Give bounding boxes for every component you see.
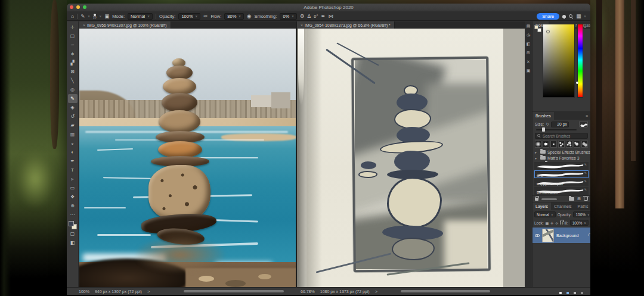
- panel-info-icon[interactable]: ◧: [527, 42, 531, 46]
- brush-size-slider[interactable]: [535, 127, 588, 132]
- layer-opacity-select[interactable]: 100%∨: [573, 211, 590, 217]
- panel-history-icon[interactable]: ◷: [527, 33, 530, 38]
- share-button[interactable]: Share: [537, 13, 559, 20]
- status-chevron[interactable]: >: [375, 289, 377, 294]
- layer-fill-select[interactable]: 100%∨: [570, 220, 589, 226]
- delete-brush-trash-icon[interactable]: [584, 197, 588, 201]
- tool-path-selection[interactable]: ▹: [68, 175, 78, 183]
- tool-eyedropper[interactable]: ╲: [68, 76, 78, 85]
- tool-lasso[interactable]: ∽: [68, 40, 78, 49]
- brush-tip-hard-round[interactable]: [543, 141, 549, 148]
- horizontal-scrollbar[interactable]: [401, 290, 490, 292]
- horizontal-scrollbar[interactable]: [184, 290, 284, 292]
- layer-visibility-eye-icon[interactable]: [535, 234, 540, 237]
- brush-preset-picker[interactable]: 20: [93, 14, 97, 19]
- brush-tip-small-dot[interactable]: [550, 141, 557, 148]
- status-chevron[interactable]: >: [147, 289, 150, 294]
- brush-item-blender[interactable]: Blender Brush ✎: [534, 187, 589, 195]
- symmetry-icon[interactable]: ⋈: [329, 14, 334, 19]
- tool-crop[interactable]: ▞: [68, 58, 78, 67]
- tool-move[interactable]: ⊹: [68, 23, 78, 32]
- scrollbar[interactable]: [541, 198, 557, 200]
- tool-zoom[interactable]: ⊕: [68, 201, 78, 210]
- workspace-switcher-icon[interactable]: ▦: [576, 14, 581, 19]
- brush-tip-scatter-2[interactable]: [566, 141, 572, 148]
- tool-pen[interactable]: ✒: [68, 157, 78, 166]
- brush-tip-soft-round[interactable]: [535, 141, 541, 148]
- panel-adjustments-icon[interactable]: ✕: [527, 60, 530, 64]
- tool-rectangle-shape[interactable]: ▭: [68, 183, 78, 192]
- tab-layers[interactable]: Layers: [532, 202, 551, 210]
- layer-thumbnail[interactable]: [542, 229, 554, 242]
- tab-channels[interactable]: Channels: [551, 202, 575, 210]
- airbrush-icon[interactable]: ◉: [247, 14, 251, 19]
- zoom-percent-field[interactable]: 100%: [79, 289, 89, 294]
- slider-thumb[interactable]: [542, 127, 545, 132]
- new-group-folder-icon[interactable]: [569, 197, 574, 201]
- home-icon[interactable]: ⌂: [71, 14, 74, 19]
- brush-angle-value[interactable]: 0°: [314, 14, 318, 19]
- tool-brush[interactable]: ✎: [68, 94, 78, 103]
- tool-history-brush[interactable]: ↺: [68, 112, 78, 121]
- flow-select[interactable]: 80%∨: [224, 13, 244, 20]
- mini-color-swatches[interactable]: [534, 25, 541, 32]
- brush-tip-scatter-3[interactable]: [574, 141, 580, 148]
- tab-brushes[interactable]: Brushes: [532, 112, 554, 120]
- lock-icon[interactable]: [535, 198, 538, 201]
- lock-position-icon[interactable]: ⊹: [555, 221, 558, 225]
- pressure-size-icon[interactable]: ✒: [321, 14, 325, 19]
- canvas-sketch[interactable]: [297, 29, 525, 287]
- brush-search-field[interactable]: Search Brushes: [535, 133, 588, 139]
- brush-size-reset-icon[interactable]: ↻: [546, 122, 549, 127]
- brush-tip-texture[interactable]: [581, 141, 588, 148]
- edit-toolbar-ellipsis[interactable]: ⋯: [68, 210, 78, 219]
- pressure-opacity-icon[interactable]: ✑: [203, 14, 208, 19]
- hue-slider-marker[interactable]: [576, 82, 578, 84]
- panel-properties-icon[interactable]: ▤: [527, 24, 531, 29]
- panel-menu-icon[interactable]: ≡: [586, 114, 590, 118]
- tool-dodge[interactable]: ◐: [68, 148, 78, 157]
- brush-folder-special-effects[interactable]: ▸ Special Effects Brushes: [532, 149, 590, 155]
- smoothing-gear-icon[interactable]: ⚙: [300, 14, 305, 19]
- saturation-brightness-field[interactable]: [543, 24, 574, 97]
- color-picker-ring[interactable]: [546, 30, 550, 33]
- lock-pixels-icon[interactable]: ✛: [550, 221, 553, 225]
- tool-gradient[interactable]: ▥: [68, 130, 78, 139]
- tool-frame[interactable]: ⊠: [68, 67, 78, 76]
- panel-comments-icon[interactable]: ▣: [527, 68, 531, 73]
- close-tab-icon[interactable]: ×: [301, 23, 303, 27]
- macos-dock-icons[interactable]: [559, 292, 583, 294]
- brush-tool-preset-icon[interactable]: ✎: [80, 14, 85, 19]
- tool-type[interactable]: T: [68, 166, 78, 175]
- new-brush-icon[interactable]: ⊞: [577, 197, 581, 201]
- zoom-percent-field[interactable]: 66.78%: [301, 289, 315, 294]
- search-icon[interactable]: [569, 14, 573, 18]
- tool-hand[interactable]: ❖: [68, 192, 78, 201]
- opacity-select[interactable]: 100%∨: [178, 13, 200, 20]
- foreground-background-swatches[interactable]: [69, 221, 77, 229]
- hue-slider[interactable]: [578, 24, 583, 97]
- tool-rectangular-marquee[interactable]: ▢: [68, 32, 78, 40]
- panel-libraries-icon[interactable]: ⊞: [527, 51, 530, 55]
- layer-row-background[interactable]: Background: [532, 228, 590, 243]
- quick-mask-toggle[interactable]: ▢: [68, 229, 78, 238]
- canvas-photo[interactable]: [79, 29, 296, 287]
- brush-item[interactable]: ✎: [534, 162, 589, 170]
- stroke-preview-toggle[interactable]: [579, 121, 588, 127]
- screen-mode-toggle[interactable]: ◧: [68, 238, 78, 247]
- layer-blend-mode-select[interactable]: Normal∨: [534, 211, 556, 217]
- lock-transparency-icon[interactable]: ▦: [546, 221, 549, 225]
- tab-paths[interactable]: Paths: [575, 202, 590, 210]
- brush-size-field[interactable]: 20 px: [551, 121, 569, 127]
- brush-folder-matts-favorites[interactable]: ▾ Matt's Favorites 3: [532, 155, 590, 161]
- brush-settings-panel-toggle-icon[interactable]: ▣: [104, 14, 109, 19]
- blend-mode-select[interactable]: Normal∨: [128, 13, 153, 20]
- tool-eraser[interactable]: ▰: [68, 121, 78, 130]
- document-tab-sketch[interactable]: × IMG_0954-1080x1373.jpg @ 66.8% (RGB/8#…: [297, 21, 395, 29]
- brush-tip-scatter-1[interactable]: [558, 141, 565, 148]
- close-tab-icon[interactable]: ×: [83, 23, 85, 27]
- smoothing-select[interactable]: 0%∨: [280, 13, 297, 20]
- tool-spot-healing-brush[interactable]: ◎: [68, 85, 78, 94]
- brush-item-happy-hb[interactable]: Happy HB - Ipad ✎: [534, 179, 589, 186]
- tool-clone-stamp[interactable]: ◈: [68, 103, 78, 112]
